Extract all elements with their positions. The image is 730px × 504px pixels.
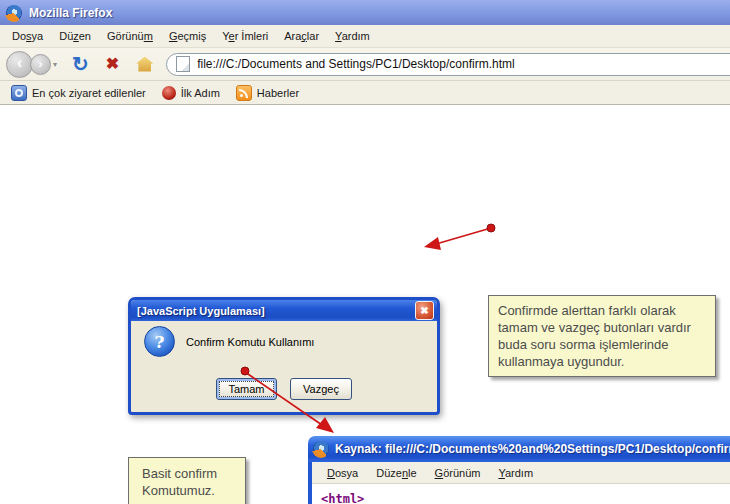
navigation-toolbar: file:///C:/Documents and Settings/PC1/De… bbox=[0, 48, 730, 81]
source-menu-düzenle[interactable]: Düzenle bbox=[367, 464, 425, 482]
address-url: file:///C:/Documents and Settings/PC1/De… bbox=[197, 57, 514, 71]
dialog-titlebar[interactable]: [JavaScript Uygulaması] bbox=[131, 300, 437, 321]
menu-araçlar[interactable]: Araçlar bbox=[276, 27, 327, 45]
firefox-icon bbox=[162, 86, 176, 100]
source-window: Kaynak: file:///C:/Documents%20and%20Set… bbox=[308, 436, 730, 504]
menu-düzen[interactable]: Düzen bbox=[51, 27, 99, 45]
menu-geçmiş[interactable]: Geçmiş bbox=[161, 27, 214, 45]
bookmark-label: İlk Adım bbox=[181, 87, 220, 99]
window-title: Mozilla Firefox bbox=[29, 6, 112, 20]
bookmark-label: Haberler bbox=[257, 87, 299, 99]
annotation-line: tamam ve vazgeç butonları vardır bbox=[498, 319, 706, 336]
source-code-line: <html> bbox=[321, 492, 730, 504]
back-forward-group bbox=[6, 51, 57, 78]
bookmark-label: En çok ziyaret edilenler bbox=[32, 87, 146, 99]
source-menu-bar: DosyaDüzenleGörünümYardım bbox=[312, 462, 730, 484]
bookmarks-toolbar: En çok ziyaret edilenlerİlk AdımHaberler bbox=[0, 81, 730, 105]
annotation-line: buda soru sorma işlemlerinde bbox=[498, 336, 706, 353]
most-visited-icon bbox=[11, 85, 27, 101]
source-menu-dosya[interactable]: Dosya bbox=[318, 464, 367, 482]
javascript-confirm-dialog: [JavaScript Uygulaması] Confirm Komutu K… bbox=[128, 297, 440, 415]
question-icon bbox=[144, 326, 175, 357]
firefox-window: Mozilla Firefox DosyaDüzenGörünümGeçmişY… bbox=[0, 0, 730, 504]
source-window-body: DosyaDüzenleGörünümYardım <html><body> <… bbox=[308, 462, 730, 504]
annotation-code-note: Basit confirmKomutumuz. bbox=[128, 457, 246, 504]
cancel-button[interactable]: Vazgeç bbox=[290, 378, 352, 400]
rss-icon bbox=[236, 85, 252, 101]
source-window-titlebar[interactable]: Kaynak: file:///C:/Documents%20and%20Set… bbox=[308, 436, 730, 462]
bookmark-firefox[interactable]: İlk Adım bbox=[159, 84, 223, 102]
menu-dosya[interactable]: Dosya bbox=[4, 27, 51, 45]
source-menu-yardım[interactable]: Yardım bbox=[489, 464, 542, 482]
house-shape bbox=[136, 57, 153, 72]
window-titlebar: Mozilla Firefox bbox=[0, 0, 730, 25]
source-window-title: Kaynak: file:///C:/Documents%20and%20Set… bbox=[335, 442, 730, 456]
dialog-body: Confirm Komutu Kullanımı Tamam Vazgeç bbox=[131, 321, 437, 412]
annotation-line: kullanmaya uygundur. bbox=[498, 353, 706, 370]
menu-görünüm[interactable]: Görünüm bbox=[99, 27, 161, 45]
ok-button[interactable]: Tamam bbox=[216, 378, 277, 400]
source-menu-görünüm[interactable]: Görünüm bbox=[426, 464, 490, 482]
bookmark-rss[interactable]: Haberler bbox=[233, 83, 302, 103]
menu-yardım[interactable]: Yardım bbox=[327, 27, 378, 45]
menu-bar: DosyaDüzenGörünümGeçmişYer İmleriAraçlar… bbox=[0, 25, 730, 48]
dialog-message: Confirm Komutu Kullanımı bbox=[186, 336, 314, 348]
annotation-line: Komutumuz. bbox=[142, 482, 239, 499]
dialog-close-icon[interactable] bbox=[415, 301, 434, 320]
annotation-confirm-note: Confirmde alerttan farklı olaraktamam ve… bbox=[488, 295, 716, 377]
history-dropdown-icon[interactable] bbox=[53, 60, 57, 69]
menu-yer i̇mleri[interactable]: Yer İmleri bbox=[214, 27, 276, 45]
address-bar[interactable]: file:///C:/Documents and Settings/PC1/De… bbox=[166, 53, 730, 76]
annotation-line: Confirmde alerttan farklı olarak bbox=[498, 302, 706, 319]
refresh-icon[interactable] bbox=[72, 54, 89, 74]
page-icon bbox=[176, 56, 190, 72]
back-icon[interactable] bbox=[6, 51, 33, 78]
annotation-line: Basit confirm bbox=[142, 465, 239, 482]
firefox-icon bbox=[313, 441, 329, 457]
home-icon[interactable] bbox=[136, 57, 153, 72]
forward-icon[interactable] bbox=[30, 54, 51, 75]
page-content: [JavaScript Uygulaması] Confirm Komutu K… bbox=[0, 105, 730, 504]
source-code[interactable]: <html><body> <script type="text/javascri… bbox=[312, 484, 730, 504]
bookmark-most-visited[interactable]: En çok ziyaret edilenler bbox=[8, 83, 149, 103]
firefox-icon bbox=[6, 5, 22, 21]
stop-icon[interactable] bbox=[106, 56, 119, 72]
dialog-title: [JavaScript Uygulaması] bbox=[137, 305, 415, 317]
